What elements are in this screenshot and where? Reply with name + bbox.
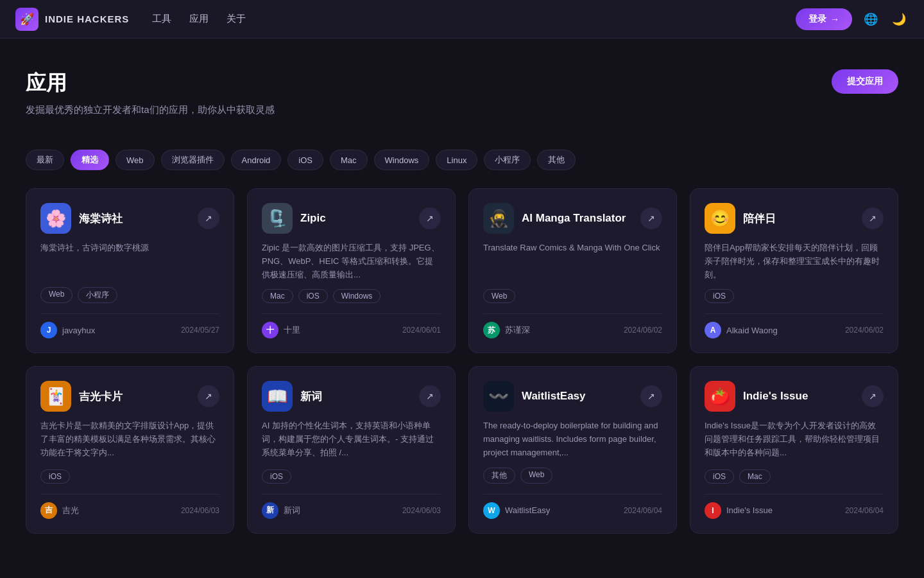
app-description: Indie's Issue是一款专为个人开发者设计的高效问题管理和任务跟踪工具，… <box>705 419 884 461</box>
card-header: 🗜️ Zipic ↗ <box>262 203 441 234</box>
filter-ios[interactable]: iOS <box>287 150 323 170</box>
filter-bar: 最新精选Web浏览器插件AndroidiOSMacWindowsLinux小程序… <box>0 137 924 188</box>
author-info: W WaitlistEasy <box>483 502 550 519</box>
app-icon: 〰️ <box>483 381 514 412</box>
author-name: Alkaid Waong <box>726 326 778 335</box>
author-name: 苏谨深 <box>505 324 530 336</box>
filter-web[interactable]: Web <box>116 150 155 170</box>
publish-date: 2024/06/04 <box>845 506 884 515</box>
login-button[interactable]: 登录 → <box>796 8 852 30</box>
app-description: Zipic 是一款高效的图片压缩工具，支持 JPEG、PNG、WebP、HEIC… <box>262 241 441 281</box>
card-header: 🌸 海棠诗社 ↗ <box>40 203 219 234</box>
external-link-button[interactable]: ↗ <box>198 385 219 407</box>
submit-app-button[interactable]: 提交应用 <box>832 69 898 94</box>
avatar: A <box>705 322 721 338</box>
filter-other[interactable]: 其他 <box>537 150 576 170</box>
language-button[interactable]: 🌐 <box>861 10 880 29</box>
external-link-button[interactable]: ↗ <box>419 207 441 229</box>
card-tags: Web小程序 <box>40 287 219 303</box>
avatar: 苏 <box>483 322 500 338</box>
card-footer: W WaitlistEasy 2024/06/04 <box>483 494 662 519</box>
theme-toggle-button[interactable]: 🌙 <box>889 10 909 29</box>
app-name: 新词 <box>300 389 322 404</box>
app-card-waitlisteasy: 〰️ WaitlistEasy ↗ The ready-to-deploy bo… <box>468 366 677 533</box>
tag: Windows <box>333 289 381 303</box>
card-title-group: 📖 新词 <box>262 381 322 412</box>
nav-tools[interactable]: 工具 <box>152 13 171 25</box>
card-footer: 苏 苏谨深 2024/06/02 <box>483 313 662 338</box>
filter-miniapp[interactable]: 小程序 <box>484 150 531 170</box>
external-link-button[interactable]: ↗ <box>198 207 219 229</box>
filter-linux[interactable]: Linux <box>436 150 477 170</box>
app-icon: 🃏 <box>40 381 71 412</box>
author-info: 吉 吉光 <box>40 502 79 519</box>
card-header: 〰️ WaitlistEasy ↗ <box>483 381 662 412</box>
tag: Web <box>483 289 515 303</box>
app-icon: 🥷 <box>483 203 514 234</box>
tag: 小程序 <box>78 287 117 303</box>
author-info: A Alkaid Waong <box>705 322 778 338</box>
tag: iOS <box>705 289 734 303</box>
author-info: I Indie's Issue <box>705 502 773 519</box>
filter-latest[interactable]: 最新 <box>26 150 64 170</box>
card-footer: I Indie's Issue 2024/06/04 <box>705 494 884 519</box>
author-info: 十 十里 <box>262 322 300 338</box>
card-footer: 吉 吉光 2024/06/03 <box>40 494 219 519</box>
filter-mac[interactable]: Mac <box>330 150 368 170</box>
app-name: 海棠诗社 <box>79 211 123 226</box>
card-header: 😊 陪伴日 ↗ <box>705 203 884 234</box>
tag: Web <box>40 287 73 303</box>
avatar: W <box>483 502 500 519</box>
publish-date: 2024/05/27 <box>181 326 219 335</box>
card-footer: J javayhux 2024/05/27 <box>40 313 219 338</box>
publish-date: 2024/06/04 <box>624 506 662 515</box>
card-tags: MaciOSWindows <box>262 289 441 303</box>
card-tags: Web <box>483 289 662 303</box>
author-name: WaitlistEasy <box>505 505 550 515</box>
navbar: 🚀 INDIE HACKERS 工具 应用 关于 登录 → 🌐 🌙 <box>0 0 924 39</box>
publish-date: 2024/06/02 <box>624 326 662 335</box>
card-tags: 其他Web <box>483 468 662 484</box>
card-title-group: 🃏 吉光卡片 <box>40 381 123 412</box>
filter-featured[interactable]: 精选 <box>71 150 109 170</box>
avatar: 十 <box>262 322 278 338</box>
publish-date: 2024/06/02 <box>845 326 884 335</box>
card-footer: 新 新词 2024/06/03 <box>262 494 441 519</box>
avatar: 新 <box>262 502 278 519</box>
external-link-button[interactable]: ↗ <box>862 207 884 229</box>
nav-links: 工具 应用 关于 <box>152 13 796 25</box>
publish-date: 2024/06/01 <box>402 326 441 335</box>
app-card-xinci: 📖 新词 ↗ AI 加持的个性化生词本，支持英语和小语种单词，构建属于您的个人专… <box>247 366 456 533</box>
app-card-zipic: 🗜️ Zipic ↗ Zipic 是一款高效的图片压缩工具，支持 JPEG、PN… <box>247 188 456 353</box>
app-description: 吉光卡片是一款精美的文字排版设计App，提供了丰富的精美模板以满足各种场景需求。… <box>40 419 219 461</box>
card-header: 🃏 吉光卡片 ↗ <box>40 381 219 412</box>
filter-android[interactable]: Android <box>231 150 282 170</box>
app-description: Translate Raw Comics & Manga With One Cl… <box>483 241 662 281</box>
app-card-peiban: 😊 陪伴日 ↗ 陪伴日App帮助家长安排每天的陪伴计划，回顾亲子陪伴时光，保存和… <box>690 188 898 353</box>
card-title-group: 🗜️ Zipic <box>262 203 326 234</box>
logo[interactable]: 🚀 INDIE HACKERS <box>15 8 129 31</box>
filter-windows[interactable]: Windows <box>374 150 430 170</box>
author-name: 十里 <box>284 324 300 336</box>
card-footer: A Alkaid Waong 2024/06/02 <box>705 313 884 338</box>
nav-about[interactable]: 关于 <box>227 13 246 25</box>
card-title-group: 〰️ WaitlistEasy <box>483 381 586 412</box>
logo-text: INDIE HACKERS <box>45 13 129 24</box>
card-title-group: 😊 陪伴日 <box>705 203 776 234</box>
logo-icon: 🚀 <box>15 8 38 31</box>
external-link-button[interactable]: ↗ <box>419 385 441 407</box>
card-header: 🍅 Indie's Issue ↗ <box>705 381 884 412</box>
nav-apps[interactable]: 应用 <box>189 13 209 25</box>
app-icon: 📖 <box>262 381 293 412</box>
tag: iOS <box>705 469 734 484</box>
card-tags: iOSMac <box>705 469 884 484</box>
filter-browser-ext[interactable]: 浏览器插件 <box>161 150 225 170</box>
external-link-button[interactable]: ↗ <box>640 385 662 407</box>
external-link-button[interactable]: ↗ <box>640 207 662 229</box>
app-description: 海棠诗社，古诗词的数字桃源 <box>40 241 219 279</box>
app-name: 吉光卡片 <box>79 389 123 404</box>
tag: Mac <box>739 469 771 484</box>
publish-date: 2024/06/03 <box>181 506 219 515</box>
external-link-button[interactable]: ↗ <box>862 385 884 407</box>
hero-subtitle: 发掘最优秀的独立开发者和ta们的应用，助你从中获取灵感 <box>26 104 898 116</box>
